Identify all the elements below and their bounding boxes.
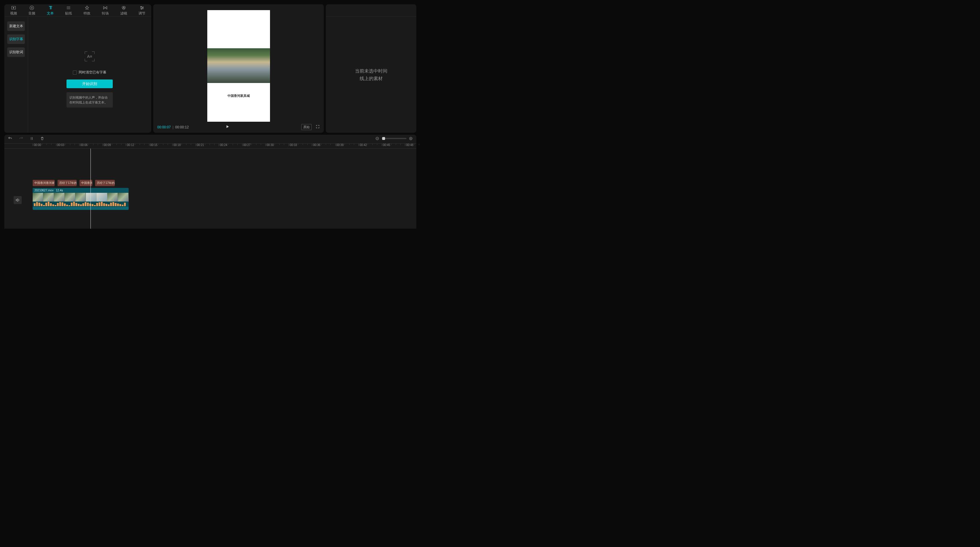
ruler-tick: 00:42 bbox=[358, 144, 367, 146]
recognize-hint: 识别视频中的人声，并自动在时间线上生成字幕文本。 bbox=[67, 92, 113, 108]
svg-point-7 bbox=[143, 7, 143, 8]
checkbox-label: 同时清空已有字幕 bbox=[79, 70, 107, 75]
zoom-in-button[interactable] bbox=[409, 137, 413, 140]
tab-transition[interactable]: 转场 bbox=[96, 4, 115, 16]
ruler-tick: 00:39 bbox=[335, 144, 344, 146]
video-clip[interactable]: 20210627.mov 12.4s bbox=[33, 188, 129, 210]
filter-icon bbox=[121, 5, 126, 10]
clear-existing-checkbox[interactable]: 同时清空已有字幕 bbox=[73, 70, 107, 75]
svg-point-2 bbox=[31, 7, 33, 8]
zoom-out-icon bbox=[375, 137, 379, 140]
checkbox-box[interactable] bbox=[73, 70, 77, 75]
library-tabs: 视频 音频 文本 贴纸 特效 bbox=[4, 4, 151, 17]
tab-audio[interactable]: 音频 bbox=[23, 4, 41, 16]
tab-filter[interactable]: 滤镜 bbox=[115, 4, 133, 16]
trash-icon bbox=[40, 137, 44, 140]
ruler-tick: 00:48 bbox=[405, 144, 414, 146]
subtitle-clip[interactable]: 历经了17年的跨越 bbox=[95, 180, 115, 186]
subtitle-clip[interactable]: 历经了17年的跨越 bbox=[57, 180, 76, 186]
video-icon bbox=[11, 5, 16, 10]
sidebar-item-label: 识别字幕 bbox=[9, 37, 23, 41]
tab-effect-label: 特效 bbox=[84, 11, 91, 16]
redo-button[interactable] bbox=[19, 136, 24, 141]
preview-viewport[interactable]: 中国香河家具城 bbox=[157, 10, 320, 122]
fullscreen-button[interactable] bbox=[316, 125, 320, 129]
svg-point-8 bbox=[141, 8, 142, 9]
preview-caption: 中国香河家具城 bbox=[207, 94, 270, 98]
preview-panel: 中国香河家具城 00:00:07 | 00:00:12 原始 bbox=[153, 4, 324, 133]
subtitle-recognize-icon: A≡ bbox=[85, 51, 94, 61]
split-button[interactable] bbox=[30, 137, 34, 140]
tab-video[interactable]: 视频 bbox=[4, 4, 23, 16]
clip-filename: 20210627.mov bbox=[34, 189, 54, 192]
tab-transition-label: 转场 bbox=[102, 11, 109, 16]
tab-sticker-label: 贴纸 bbox=[65, 11, 72, 16]
original-size-button[interactable]: 原始 bbox=[301, 124, 312, 130]
start-recognize-button[interactable]: 开始识别 bbox=[67, 80, 113, 88]
preview-video-content bbox=[207, 48, 270, 83]
fullscreen-icon bbox=[316, 125, 320, 129]
current-time: 00:00:07 bbox=[157, 125, 171, 129]
timeline-panel: 00:0000:0300:0600:0900:1200:1500:1800:21… bbox=[4, 135, 416, 229]
tab-effect[interactable]: 特效 bbox=[78, 4, 96, 16]
effect-icon bbox=[84, 5, 90, 10]
recognize-subtitle-pane: A≡ 同时清空已有字幕 开始识别 识别视频中的人声，并自动在时间线上生成字幕文本… bbox=[28, 17, 151, 133]
ruler-tick: 00:12 bbox=[126, 144, 134, 146]
audio-icon bbox=[29, 5, 34, 10]
play-button[interactable] bbox=[226, 125, 229, 129]
tab-video-label: 视频 bbox=[10, 11, 17, 16]
timeline-tracks[interactable]: 中国香河香河家具城历经了17年的跨越中国香河…历经了17年的跨越 2021062… bbox=[4, 149, 416, 229]
sticker-icon bbox=[66, 5, 71, 10]
ruler-tick: 00:45 bbox=[382, 144, 390, 146]
inspector-empty-line1: 当前未选中时间 bbox=[355, 67, 387, 75]
inspector-empty-line2: 线上的素材 bbox=[360, 75, 383, 83]
clip-waveform bbox=[33, 202, 129, 207]
clip-duration: 12.4s bbox=[56, 189, 63, 192]
playhead[interactable] bbox=[91, 149, 91, 229]
delete-button[interactable] bbox=[40, 137, 44, 140]
mute-track-button[interactable] bbox=[14, 196, 22, 204]
subtitle-clip[interactable]: 中国香河香河家具城 bbox=[33, 180, 55, 186]
timeline-ruler[interactable]: 00:0000:0300:0600:0900:1200:1500:1800:21… bbox=[4, 143, 416, 149]
transition-icon bbox=[103, 5, 108, 10]
zoom-out-button[interactable] bbox=[375, 137, 379, 140]
timeline-toolbar bbox=[4, 135, 416, 142]
split-icon bbox=[30, 137, 34, 140]
sidebar-item-new-text[interactable]: 新建文本 bbox=[7, 21, 25, 31]
ruler-tick: 00:21 bbox=[196, 144, 204, 146]
media-library-panel: 视频 音频 文本 贴纸 特效 bbox=[4, 4, 151, 133]
sidebar-item-label: 新建文本 bbox=[9, 24, 23, 28]
tab-filter-label: 滤镜 bbox=[120, 11, 127, 16]
zoom-slider[interactable] bbox=[382, 138, 406, 139]
svg-point-6 bbox=[141, 6, 142, 7]
sidebar-item-recognize-lyric[interactable]: 识别歌词 bbox=[7, 48, 25, 57]
tab-adjust[interactable]: 调节 bbox=[133, 4, 151, 16]
ruler-tick: 00:33 bbox=[289, 144, 297, 146]
preview-frame: 中国香河家具城 bbox=[207, 10, 270, 122]
total-time: 00:00:12 bbox=[175, 125, 189, 129]
ruler-tick: 00:09 bbox=[103, 144, 111, 146]
tab-text[interactable]: 文本 bbox=[41, 4, 60, 16]
speaker-icon bbox=[15, 198, 20, 202]
undo-button[interactable] bbox=[8, 136, 13, 141]
ruler-tick: 00:24 bbox=[219, 144, 227, 146]
ruler-tick: 00:27 bbox=[242, 144, 251, 146]
svg-point-1 bbox=[30, 6, 34, 10]
text-sidebar: 新建文本 识别字幕 识别歌词 bbox=[4, 17, 28, 133]
sidebar-item-recognize-subtitle[interactable]: 识别字幕 bbox=[7, 34, 25, 44]
text-icon bbox=[48, 5, 53, 10]
zoom-in-icon bbox=[409, 137, 413, 140]
tab-audio-label: 音频 bbox=[28, 11, 35, 16]
ruler-tick: 00:18 bbox=[172, 144, 181, 146]
adjust-icon bbox=[139, 5, 145, 10]
tab-adjust-label: 调节 bbox=[138, 11, 145, 16]
redo-icon bbox=[19, 136, 24, 141]
tab-text-label: 文本 bbox=[47, 11, 54, 16]
ruler-tick: 00:03 bbox=[56, 144, 64, 146]
subtitle-track: 中国香河香河家具城历经了17年的跨越中国香河…历经了17年的跨越 bbox=[33, 180, 115, 186]
ruler-tick: 00:36 bbox=[312, 144, 320, 146]
zoom-thumb[interactable] bbox=[382, 137, 385, 140]
sidebar-item-label: 识别歌词 bbox=[9, 50, 23, 54]
ruler-tick: 00:30 bbox=[266, 144, 274, 146]
tab-sticker[interactable]: 贴纸 bbox=[60, 4, 78, 16]
